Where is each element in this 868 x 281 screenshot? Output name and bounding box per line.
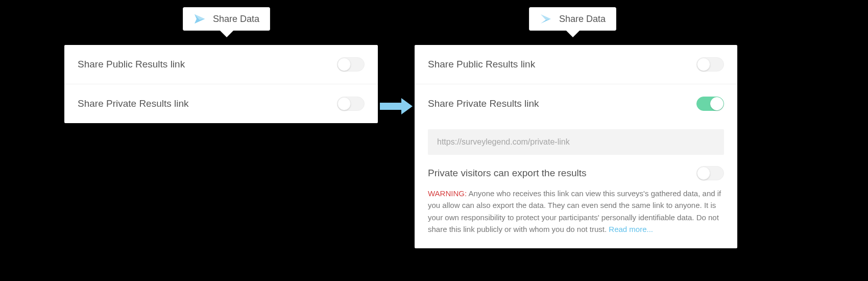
private-export-row: Private visitors can export the results — [415, 155, 737, 185]
paper-plane-icon — [540, 13, 552, 25]
share-private-label: Share Private Results link — [428, 98, 539, 109]
share-data-tab-right[interactable]: Share Data — [529, 7, 616, 31]
share-public-label: Share Public Results link — [428, 59, 535, 70]
share-public-toggle[interactable] — [337, 57, 365, 72]
share-data-tab-label: Share Data — [559, 14, 606, 25]
paper-plane-icon — [194, 13, 206, 25]
share-private-row: Share Private Results link — [415, 84, 737, 123]
read-more-link[interactable]: Read more... — [609, 225, 653, 233]
private-export-label: Private visitors can export the results — [428, 168, 586, 179]
share-private-label: Share Private Results link — [78, 98, 189, 109]
private-link-field[interactable]: https://surveylegend.com/private-link — [428, 129, 724, 155]
share-private-toggle[interactable] — [696, 97, 724, 111]
share-private-toggle[interactable] — [337, 97, 365, 111]
warning-body: Anyone who receives this link can view t… — [428, 189, 721, 233]
share-public-label: Share Public Results link — [78, 59, 185, 70]
share-public-row: Share Public Results link — [64, 45, 378, 84]
share-public-toggle[interactable] — [696, 57, 724, 72]
share-data-panel-left: Share Public Results link Share Private … — [64, 45, 378, 123]
private-export-toggle[interactable] — [696, 166, 724, 180]
share-data-tab-label: Share Data — [213, 14, 259, 25]
share-data-tab-left[interactable]: Share Data — [183, 7, 270, 31]
share-data-panel-right: Share Public Results link Share Private … — [415, 45, 737, 248]
warning-text: WARNING: Anyone who receives this link c… — [415, 185, 737, 248]
warning-label: WARNING: — [428, 189, 467, 198]
transition-arrow-icon — [380, 98, 413, 114]
share-public-row: Share Public Results link — [415, 45, 737, 84]
share-private-row: Share Private Results link — [64, 84, 378, 123]
